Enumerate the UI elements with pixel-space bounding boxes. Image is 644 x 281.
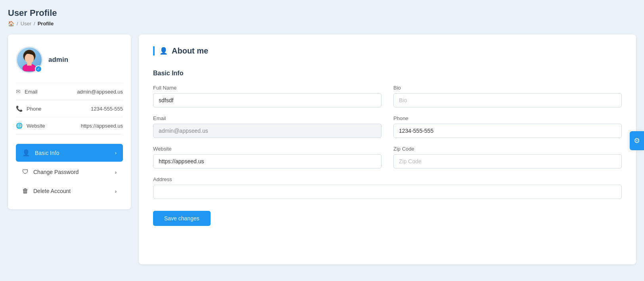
email-icon: ✉ — [16, 88, 21, 95]
email-label: Email — [25, 89, 38, 95]
email-input[interactable] — [153, 124, 381, 138]
website-label: Website — [27, 123, 45, 129]
email-value: admin@appseed.us — [77, 89, 123, 95]
bio-label: Bio — [393, 85, 622, 91]
phone-icon: 📞 — [16, 105, 23, 112]
website-input[interactable] — [153, 154, 381, 168]
nav-menu: 👤 Basic Info › 🛡 Change Password › 🗑 Del… — [16, 144, 123, 200]
zip-code-group: Zip Code — [393, 146, 622, 168]
section-header: 👤 About me — [153, 46, 622, 55]
avatar: ✓ — [16, 46, 43, 73]
breadcrumb: 🏠 / User / Profile — [8, 21, 636, 27]
bio-input[interactable] — [393, 93, 622, 107]
chevron-right-icon: › — [115, 150, 117, 156]
email-form-label: Email — [153, 115, 381, 121]
save-button[interactable]: Save changes — [153, 211, 211, 226]
phone-info-row: 📞 Phone 1234-555-555 — [16, 100, 123, 117]
bio-group: Bio — [393, 85, 622, 107]
right-panel: 👤 About me Basic Info Full Name Bio Emai… — [139, 34, 636, 264]
profile-info: ✉ Email admin@appseed.us 📞 Phone 1234-55… — [16, 83, 123, 134]
breadcrumb-separator-2: / — [34, 21, 35, 27]
address-label: Address — [153, 176, 622, 182]
phone-form-label: Phone — [393, 115, 622, 121]
full-name-input[interactable] — [153, 93, 381, 107]
email-group: Email — [153, 115, 381, 138]
full-name-label: Full Name — [153, 85, 381, 91]
zip-code-input[interactable] — [393, 154, 622, 168]
username: admin — [48, 56, 68, 64]
svg-rect-3 — [27, 63, 32, 66]
nav-item-delete-account[interactable]: 🗑 Delete Account › — [16, 182, 123, 200]
chevron-right-icon-2: › — [115, 169, 117, 175]
address-input[interactable] — [153, 185, 622, 199]
phone-group: Phone — [393, 115, 622, 138]
profile-header: ✓ admin — [16, 46, 123, 73]
website-icon: 🌐 — [16, 122, 23, 129]
nav-change-password-label: Change Password — [33, 169, 79, 175]
breadcrumb-separator-1: / — [17, 21, 18, 27]
floating-gear-button[interactable]: ⚙ — [630, 131, 644, 150]
email-info-row: ✉ Email admin@appseed.us — [16, 83, 123, 100]
nav-item-basic-info[interactable]: 👤 Basic Info › — [16, 144, 123, 162]
website-info-row: 🌐 Website https://appseed.us — [16, 117, 123, 134]
nav-basic-info-label: Basic Info — [35, 150, 59, 156]
shield-icon: 🛡 — [22, 168, 29, 176]
nav-delete-account-label: Delete Account — [33, 188, 71, 194]
address-group: Address — [153, 176, 622, 199]
chevron-right-icon-3: › — [115, 188, 117, 194]
home-icon[interactable]: 🏠 — [8, 21, 14, 27]
website-group: Website — [153, 146, 381, 168]
subsection-title: Basic Info — [153, 70, 622, 77]
phone-label: Phone — [27, 106, 42, 112]
breadcrumb-current: Profile — [38, 21, 54, 27]
breadcrumb-user[interactable]: User — [21, 21, 31, 27]
gear-icon: ⚙ — [634, 136, 640, 145]
person-icon: 👤 — [159, 47, 168, 55]
phone-input[interactable] — [393, 124, 622, 138]
basic-info-icon: 👤 — [22, 149, 30, 157]
full-name-group: Full Name — [153, 85, 381, 107]
website-value: https://appseed.us — [81, 123, 123, 129]
section-title: About me — [172, 46, 208, 55]
nav-item-change-password[interactable]: 🛡 Change Password › — [16, 163, 123, 181]
left-panel: ✓ admin ✉ Email admin@appseed.us 📞 Phone… — [8, 34, 131, 209]
trash-icon: 🗑 — [22, 187, 29, 195]
verified-badge: ✓ — [35, 65, 42, 73]
basic-info-form: Full Name Bio Email Phone Website — [153, 85, 622, 199]
phone-value: 1234-555-555 — [91, 106, 123, 112]
page-title: User Profile — [8, 8, 636, 18]
zip-code-label: Zip Code — [393, 146, 622, 152]
website-form-label: Website — [153, 146, 381, 152]
